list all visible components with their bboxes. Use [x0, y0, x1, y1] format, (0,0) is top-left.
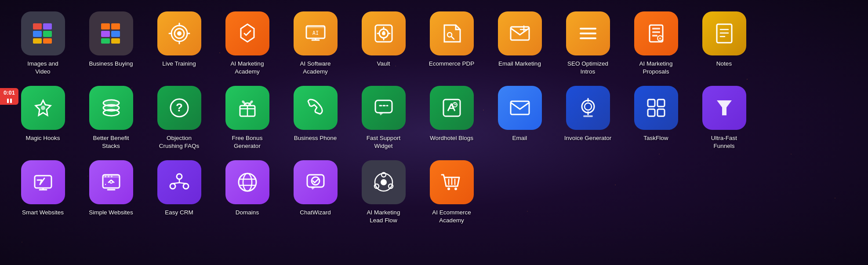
app-fast-support-widget[interactable]: Fast SupportWidget	[349, 82, 418, 153]
app-ai-software-academy[interactable]: AI AI SoftwareAcademy	[281, 8, 349, 79]
svg-point-70	[585, 103, 592, 110]
svg-point-83	[105, 176, 106, 177]
app-label-domains: Domains	[236, 209, 259, 217]
app-images-video[interactable]: Images andVideo	[9, 8, 77, 79]
app-label-ultra-fast-funnels: Ultra-FastFunnels	[711, 134, 737, 150]
app-icon-domains	[225, 160, 269, 204]
svg-point-50	[41, 106, 45, 110]
svg-point-14	[177, 31, 182, 36]
app-vault[interactable]: C Vault	[349, 8, 418, 71]
app-taskflow[interactable]: TaskFlow	[622, 82, 690, 146]
svg-rect-4	[33, 38, 42, 44]
app-objection-crushing[interactable]: ? ObjectionCrushing FAQs	[145, 82, 213, 153]
app-label-ai-ecommerce-academy: AI EcommerceAcademy	[432, 209, 471, 224]
app-business-phone[interactable]: Business Phone	[281, 82, 349, 146]
svg-point-90	[183, 184, 189, 189]
svg-point-85	[111, 176, 113, 177]
app-invoice-generator[interactable]: Invoice Generator	[554, 82, 622, 146]
app-label-business-buying: Business Buying	[89, 60, 133, 68]
record-time: 0:01	[4, 89, 15, 97]
app-live-training[interactable]: Live Training	[145, 8, 213, 71]
svg-rect-10	[101, 38, 110, 44]
svg-point-89	[170, 184, 175, 189]
app-wordhotel-blogs[interactable]: Wordhotel Blogs	[418, 82, 486, 146]
svg-point-94	[239, 173, 256, 191]
app-label-magic-hooks: Magic Hooks	[25, 134, 60, 142]
svg-rect-0	[33, 23, 42, 29]
svg-text:C: C	[382, 30, 385, 36]
app-label-fast-support-widget: Fast SupportWidget	[367, 134, 400, 150]
svg-rect-74	[648, 99, 655, 107]
app-label-better-benefit-stacks: Better BenefitStacks	[93, 134, 129, 150]
svg-point-105	[447, 188, 450, 190]
app-email-marketing[interactable]: Email Marketing	[486, 8, 554, 71]
record-badge[interactable]: 0:01	[0, 88, 18, 105]
svg-rect-2	[43, 23, 52, 29]
app-icon-ai-ecommerce-academy	[430, 160, 474, 204]
svg-rect-11	[111, 38, 120, 44]
app-ai-marketing-academy[interactable]: AI MarketingAcademy	[213, 8, 281, 79]
svg-rect-61	[375, 100, 392, 113]
svg-rect-77	[657, 109, 665, 116]
app-label-invoice-generator: Invoice Generator	[564, 134, 611, 142]
svg-rect-43	[652, 35, 657, 37]
app-notes[interactable]: Notes	[690, 8, 758, 71]
app-label-wordhotel-blogs: Wordhotel Blogs	[430, 134, 473, 142]
app-ultra-fast-funnels[interactable]: Ultra-FastFunnels	[690, 82, 758, 153]
app-icon-vault: C	[362, 11, 406, 55]
pause-icon[interactable]	[6, 98, 12, 104]
svg-rect-75	[657, 99, 665, 107]
app-business-buying[interactable]: Business Buying	[77, 8, 145, 71]
svg-rect-76	[648, 109, 655, 116]
app-label-notes: Notes	[716, 60, 732, 68]
app-label-ecommerce-pdp: Ecommerce PDP	[429, 60, 475, 68]
app-seo-optimized-intros[interactable]: SEO OptimizedIntros	[554, 8, 622, 79]
app-label-simple-websites: Simple Websites	[89, 209, 133, 217]
app-easy-crm[interactable]: Easy CRM	[145, 157, 213, 220]
app-icon-business-buying	[89, 11, 133, 55]
svg-rect-42	[652, 31, 660, 33]
svg-text:+: +	[659, 37, 661, 41]
app-ai-ecommerce-academy[interactable]: AI EcommerceAcademy	[418, 157, 486, 228]
app-icon-objection-crushing: ?	[157, 86, 201, 130]
svg-line-33	[451, 37, 454, 39]
app-better-benefit-stacks[interactable]: Better BenefitStacks	[77, 82, 145, 153]
app-icon-ultra-fast-funnels	[702, 86, 746, 130]
svg-line-92	[173, 183, 179, 184]
svg-rect-20	[306, 26, 325, 28]
app-email[interactable]: Email	[486, 82, 554, 146]
app-grid: Images andVideo Business Buying Live Tra…	[0, 0, 868, 236]
app-icon-better-benefit-stacks	[89, 86, 133, 130]
app-label-chatwizard: ChatWizard	[300, 209, 331, 217]
app-label-taskflow: TaskFlow	[643, 134, 668, 142]
svg-rect-5	[43, 38, 52, 44]
app-chatwizard[interactable]: ChatWizard	[281, 157, 349, 220]
app-magic-hooks[interactable]: Magic Hooks	[9, 82, 77, 146]
svg-point-84	[108, 176, 109, 177]
app-ai-marketing-lead-flow[interactable]: AI MarketingLead Flow	[349, 157, 418, 228]
app-label-ai-software-academy: AI SoftwareAcademy	[300, 60, 331, 75]
app-label-images-video: Images andVideo	[27, 60, 58, 75]
svg-rect-1	[33, 31, 42, 37]
svg-point-69	[582, 100, 594, 113]
app-label-live-training: Live Training	[162, 60, 196, 68]
svg-point-101	[381, 179, 387, 185]
svg-rect-7	[101, 31, 110, 37]
app-icon-invoice-generator	[566, 86, 610, 130]
svg-rect-78	[35, 176, 51, 188]
app-label-email: Email	[512, 134, 527, 142]
svg-point-86	[110, 180, 113, 183]
svg-point-106	[454, 188, 457, 190]
app-domains[interactable]: Domains	[213, 157, 281, 220]
app-label-smart-websites: Smart Websites	[22, 209, 64, 217]
app-ecommerce-pdp[interactable]: Ecommerce PDP	[418, 8, 486, 71]
app-label-ai-marketing-lead-flow: AI MarketingLead Flow	[367, 209, 400, 224]
app-icon-free-bonus-generator	[225, 86, 269, 130]
app-free-bonus-generator[interactable]: Free BonusGenerator	[213, 82, 281, 153]
app-label-ai-marketing-academy: AI MarketingAcademy	[231, 60, 264, 75]
svg-rect-6	[101, 23, 110, 29]
app-icon-fast-support-widget	[362, 86, 406, 130]
app-smart-websites[interactable]: Smart Websites	[9, 157, 77, 220]
app-ai-marketing-proposals[interactable]: + AI MarketingProposals	[622, 8, 690, 79]
app-simple-websites[interactable]: Simple Websites	[77, 157, 145, 220]
